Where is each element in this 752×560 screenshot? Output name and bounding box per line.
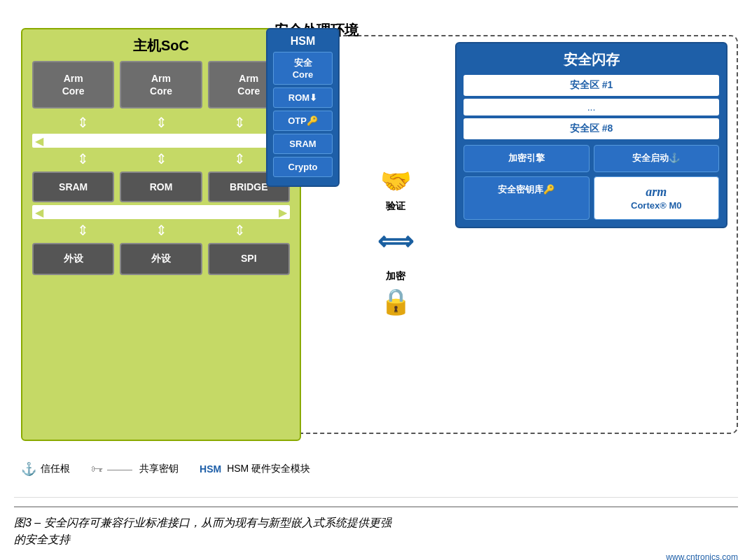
periph-2: 外设 xyxy=(120,243,202,275)
arm-cortex-m0: arm Cortex® M0 xyxy=(594,176,720,220)
legend-anchor: ⚓ 信任根 xyxy=(21,461,70,477)
hsm-crypto: Crypto xyxy=(273,157,333,177)
caption-text: 图3 – 安全闪存可兼容行业标准接口，从而为现有与新型嵌入式系统提供更强的安全支… xyxy=(14,514,738,548)
arm-core-2: ArmCore xyxy=(120,61,202,108)
safe-zone-8: 安全区 #8 xyxy=(464,118,719,139)
verify-section: 🤝 验证 xyxy=(380,167,412,213)
anchor-label: 信任根 xyxy=(41,463,70,475)
safe-zone-1: 安全区 #1 xyxy=(464,75,719,96)
hsm-label: HSM xyxy=(273,35,333,48)
main-soc-label: 主机SoC xyxy=(29,36,293,55)
caption-area: 图3 – 安全闪存可兼容行业标准接口，从而为现有与新型嵌入式系统提供更强的安全支… xyxy=(14,497,738,560)
periph-row: 外设 外设 SPI xyxy=(32,243,290,275)
safe-features-row: 加密引擎 安全启动⚓ 安全密钥库🔑 arm Cortex® M0 xyxy=(464,145,719,220)
spi-box: SPI xyxy=(208,243,290,275)
sram-box: SRAM xyxy=(32,172,114,202)
arrow-v3: ⇕ xyxy=(229,114,250,131)
hsm-rom: ROM⬇ xyxy=(273,88,333,108)
hsm-blue-label: HSM xyxy=(200,463,221,475)
legend-key: 🗝 —— 共享密钥 xyxy=(91,462,179,477)
arrow-v1: ⇕ xyxy=(72,114,93,131)
arrows-bus-to-periph: ⇕ ⇕ ⇕ xyxy=(29,220,293,240)
handshake-icon: 🤝 xyxy=(380,167,412,196)
legend-hsm: HSM HSM 硬件安全模块 xyxy=(200,463,310,475)
arm-cortex-label: Cortex® M0 xyxy=(599,200,715,212)
crypto-engine: 加密引擎 xyxy=(464,145,590,172)
hsm-full-label: HSM 硬件安全模块 xyxy=(227,463,310,475)
diagram-container: 安全处理环境 主机SoC ArmCore ArmCore ArmCore ⇕ ⇕… xyxy=(14,14,738,490)
arm-core-1: ArmCore xyxy=(32,61,114,108)
periph-1: 外设 xyxy=(32,243,114,275)
double-arrow-icon: ⟺ xyxy=(377,227,414,256)
watermark: www.cntronics.com xyxy=(14,552,738,560)
key-store: 安全密钥库🔑 xyxy=(464,176,590,220)
middle-area: 🤝 验证 ⟺ 加密 🔒 xyxy=(350,56,441,427)
verify-label: 验证 xyxy=(386,200,405,213)
caption-divider xyxy=(14,506,738,507)
safe-flash-label: 安全闪存 xyxy=(464,50,719,69)
arrow-v4: ⇕ xyxy=(72,150,93,167)
arrow-v9: ⇕ xyxy=(229,222,250,239)
hsm-box: HSM 安全Core ROM⬇ OTP🔑 SRAM Crypto xyxy=(266,28,340,187)
arrow-v8: ⇕ xyxy=(151,222,172,239)
secondary-bus: ◀ ▶ xyxy=(32,205,290,219)
key-label: 共享密钥 xyxy=(139,463,179,475)
hsm-sram: SRAM xyxy=(273,134,333,154)
arrows-bus-to-mem: ⇕ ⇕ ⇕ xyxy=(29,149,293,169)
hsm-otp: OTP🔑 xyxy=(273,111,333,131)
lock-icon: 🔒 xyxy=(380,287,412,316)
secure-boot: 安全启动⚓ xyxy=(594,145,720,172)
anchor-icon: ⚓ xyxy=(21,461,36,477)
arrow-v6: ⇕ xyxy=(229,150,250,167)
caption-content: 图3 – 安全闪存可兼容行业标准接口，从而为现有与新型嵌入式系统提供更强的安全支… xyxy=(14,517,391,545)
safe-zones-row: 安全区 #1 ... 安全区 #8 xyxy=(464,75,719,139)
key-icon: 🗝 —— xyxy=(91,462,132,477)
arm-logo: arm xyxy=(599,184,715,200)
arrows-cores-to-bus: ⇕ ⇕ ⇕ xyxy=(29,113,293,132)
safe-zone-dots: ... xyxy=(464,99,719,115)
arrow-v5: ⇕ xyxy=(151,150,172,167)
encrypt-label: 加密 xyxy=(386,270,405,283)
encrypt-section: 加密 🔒 xyxy=(380,270,412,316)
main-soc-box: 主机SoC ArmCore ArmCore ArmCore ⇕ ⇕ ⇕ ◀ ▶ … xyxy=(21,28,301,441)
arrow-v2: ⇕ xyxy=(151,114,172,131)
main-bus: ◀ ▶ xyxy=(32,134,290,148)
memory-row: SRAM ROM BRIDGE xyxy=(32,172,290,202)
legend-row: ⚓ 信任根 🗝 —— 共享密钥 HSM HSM 硬件安全模块 xyxy=(21,448,731,490)
rom-box: ROM xyxy=(120,172,202,202)
hsm-secure-core: 安全Core xyxy=(273,52,333,85)
safe-flash-box: 安全闪存 安全区 #1 ... 安全区 #8 加密引擎 安全启动⚓ 安全密钥库🔑… xyxy=(455,42,727,228)
arrow-v7: ⇕ xyxy=(72,222,93,239)
arm-cores-row: ArmCore ArmCore ArmCore xyxy=(32,61,290,108)
